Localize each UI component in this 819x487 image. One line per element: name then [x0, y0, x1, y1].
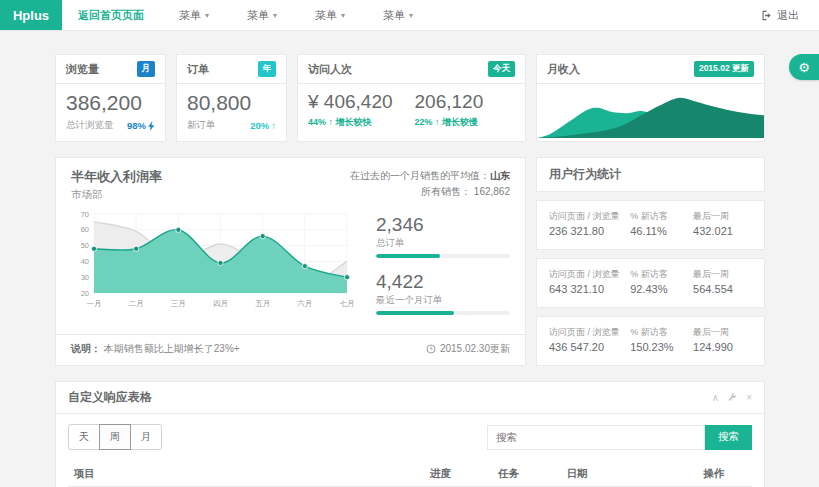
- card-orders-title: 订单: [187, 62, 209, 77]
- user-stats-row: 访问页面 / 浏览量 643 321.10 % 新访客 92.43% 最后一周 …: [536, 258, 765, 308]
- logout-label: 退出: [777, 8, 799, 23]
- col-task: 任务: [492, 462, 560, 487]
- note-text: 本期销售额比上期增长了23%+: [104, 343, 240, 354]
- updated-text: 2015.02.30更新: [440, 342, 510, 356]
- svg-text:60: 60: [81, 225, 89, 234]
- all-sales-value: 162,862: [474, 186, 510, 197]
- stat-value: 432.021: [693, 225, 752, 237]
- card-pageviews-badge: 月: [137, 61, 156, 77]
- summary-cards-row: 浏览量 月 386,200 总计浏览量 98% 订单 年 80,: [55, 54, 765, 142]
- tab-day[interactable]: 天: [68, 424, 100, 450]
- svg-text:四月: 四月: [213, 299, 228, 308]
- stat-value: 92.43%: [630, 283, 693, 295]
- card-orders: 订单 年 80,800 新订单 20% ↑: [176, 54, 287, 142]
- card-pageviews-sublabel: 总计浏览量: [66, 119, 114, 132]
- period-tabs: 天 周 月: [68, 424, 162, 450]
- stat-value: 150.23%: [630, 341, 693, 353]
- page-content: 浏览量 月 386,200 总计浏览量 98% 订单 年 80,: [0, 31, 819, 487]
- half-year-subtitle: 市场部: [71, 188, 162, 202]
- top-navbar: Hplus 返回首页页面 菜单 ▾ 菜单 ▾ 菜单 ▾ 菜单 ▾ 退出: [0, 0, 819, 31]
- stat-label: 最后一周: [693, 326, 752, 338]
- nav-menu-4[interactable]: 菜单 ▾: [364, 8, 432, 23]
- stat-label: 最后一周: [693, 210, 752, 222]
- clock-icon: [426, 344, 436, 354]
- caret-down-icon: ▾: [409, 11, 413, 20]
- stat-label: 访问页面 / 浏览量: [549, 210, 630, 222]
- col-date: 日期: [560, 462, 697, 487]
- svg-text:40: 40: [81, 257, 89, 266]
- card-pageviews-subvalue: 98%: [127, 120, 146, 131]
- avg-sales-region: 山东: [490, 170, 510, 181]
- card-visits-badge: 今天: [488, 61, 515, 77]
- stat-label: % 新访客: [630, 210, 693, 222]
- nav-menu-3[interactable]: 菜单 ▾: [296, 8, 364, 23]
- card-visits-left-percent: 44%: [308, 117, 326, 127]
- all-sales-label: 所有销售：: [421, 186, 471, 197]
- card-orders-value: 80,800: [187, 91, 276, 115]
- half-year-area-chart: 203040506070一月二月三月四月五月六月七月: [71, 208, 358, 310]
- caret-down-icon: ▾: [273, 11, 277, 20]
- arrow-up-icon: ↑: [435, 117, 440, 127]
- user-stats-title: 用户行为统计: [536, 157, 765, 192]
- total-orders-value: 2,346: [376, 214, 510, 236]
- card-visits-left-note: 增长较快: [336, 117, 372, 127]
- projects-table: 项目 进度 任务 日期 操作 米莫说 | MiMO Show 20% 2014.…: [68, 462, 752, 487]
- nav-menu-2[interactable]: 菜单 ▾: [228, 8, 296, 23]
- search-input[interactable]: [487, 425, 705, 450]
- half-year-panel: 半年收入利润率 市场部 在过去的一个月销售的平均值：山东 所有销售： 162,8…: [55, 157, 526, 366]
- search-button[interactable]: 搜索: [705, 425, 752, 450]
- avg-sales-label: 在过去的一个月销售的平均值：: [350, 170, 490, 181]
- nav-links: 返回首页页面 菜单 ▾ 菜单 ▾ 菜单 ▾ 菜单 ▾: [62, 0, 432, 30]
- note-label: 说明：: [71, 343, 101, 354]
- svg-text:一月: 一月: [87, 299, 102, 308]
- stat-label: % 新访客: [630, 268, 693, 280]
- card-pageviews-value: 386,200: [66, 91, 155, 115]
- app-logo[interactable]: Hplus: [0, 0, 62, 30]
- svg-text:五月: 五月: [255, 299, 270, 308]
- svg-text:20: 20: [81, 289, 89, 298]
- tab-month[interactable]: 月: [130, 424, 162, 450]
- theme-settings-button[interactable]: ⚙: [789, 54, 819, 80]
- card-visits-right-note: 增长较慢: [442, 117, 478, 127]
- stat-label: 访问页面 / 浏览量: [549, 268, 630, 280]
- svg-text:六月: 六月: [297, 299, 312, 308]
- monthly-income-area-chart: [537, 84, 764, 138]
- table-panel-title: 自定义响应表格: [68, 389, 152, 406]
- card-orders-sublabel: 新订单: [187, 119, 216, 132]
- nav-menu-1[interactable]: 菜单 ▾: [160, 8, 228, 23]
- logout-button[interactable]: 退出: [761, 0, 819, 30]
- caret-down-icon: ▾: [205, 11, 209, 20]
- total-orders-progress: [376, 254, 510, 258]
- card-orders-badge: 年: [258, 61, 277, 77]
- svg-text:七月: 七月: [340, 299, 355, 308]
- wrench-icon[interactable]: [728, 393, 737, 402]
- user-stats-row: 访问页面 / 浏览量 236 321.80 % 新访客 46.11% 最后一周 …: [536, 200, 765, 250]
- close-icon[interactable]: ×: [746, 392, 752, 403]
- level-up-icon: ↑: [271, 120, 276, 131]
- card-visits-left-value: ¥ 406,420: [308, 91, 393, 113]
- card-monthly-income: 月收入 2015.02 更新: [536, 54, 765, 142]
- card-monthly-income-badge: 2015.02 更新: [694, 61, 754, 77]
- stat-value: 564.554: [693, 283, 752, 295]
- collapse-icon[interactable]: ∧: [712, 392, 719, 403]
- stat-label: 最后一周: [693, 268, 752, 280]
- stat-value: 236 321.80: [549, 225, 630, 237]
- user-stats-panel: 用户行为统计 访问页面 / 浏览量 236 321.80 % 新访客 46.11…: [536, 157, 765, 366]
- stat-value: 46.11%: [630, 225, 693, 237]
- card-pageviews: 浏览量 月 386,200 总计浏览量 98%: [55, 54, 166, 142]
- user-stats-row: 访问页面 / 浏览量 436 547.20 % 新访客 150.23% 最后一周…: [536, 316, 765, 366]
- card-visits-right-value: 206,120: [415, 91, 484, 113]
- arrow-up-icon: ↑: [329, 117, 334, 127]
- middle-row: 半年收入利润率 市场部 在过去的一个月销售的平均值：山东 所有销售： 162,8…: [55, 157, 765, 366]
- stat-value: 124.990: [693, 341, 752, 353]
- nav-home-link[interactable]: 返回首页页面: [62, 8, 160, 23]
- stat-value: 643 321.10: [549, 283, 630, 295]
- col-project: 项目: [68, 462, 424, 487]
- sign-out-icon: [761, 10, 772, 21]
- svg-text:70: 70: [81, 210, 89, 219]
- total-orders-label: 总订单: [376, 237, 510, 250]
- bolt-icon: [148, 121, 155, 131]
- stat-label: 访问页面 / 浏览量: [549, 326, 630, 338]
- tab-week[interactable]: 周: [99, 424, 131, 450]
- stat-value: 436 547.20: [549, 341, 630, 353]
